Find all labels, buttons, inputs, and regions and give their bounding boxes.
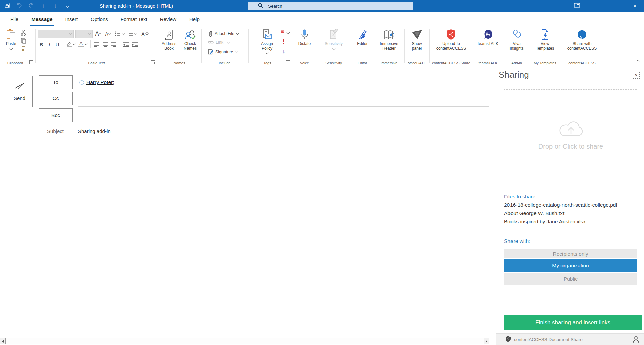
scrollbar-thumb[interactable] [5, 338, 484, 344]
tab-options[interactable]: Options [84, 12, 114, 27]
to-field[interactable] [78, 90, 489, 90]
share-option-public[interactable]: Public [504, 273, 637, 285]
outlook-message-window: ↑ ↓ Sharing add-in - Message (HTML) Sear… [0, 0, 644, 345]
font-size-select[interactable] [75, 30, 93, 38]
format-painter-button[interactable] [21, 46, 27, 51]
share-option-my-organization[interactable]: My organization [504, 259, 637, 272]
finish-sharing-button[interactable]: Finish sharing and insert links [504, 315, 642, 330]
view-templates-button[interactable]: View Templates [533, 29, 557, 66]
search-input[interactable]: Search [248, 2, 413, 10]
minimize-button[interactable] [589, 0, 604, 12]
editor-button[interactable]: Editor [353, 29, 372, 66]
grow-font-button[interactable]: A [94, 31, 102, 37]
file-item: Books inspired by Jane Austen.xlsx [504, 217, 618, 226]
high-importance-button[interactable]: ! [281, 38, 286, 45]
group-label-tags: Tags [248, 61, 286, 65]
share-with-contentaccess-icon [577, 29, 587, 40]
horizontal-scrollbar[interactable] [0, 338, 489, 344]
grow-font-icon [99, 33, 102, 36]
paste-button[interactable]: Paste [3, 29, 19, 50]
signature-button[interactable]: Signature [208, 49, 238, 55]
address-book-button[interactable]: Address Book [160, 29, 178, 66]
move-down-button[interactable]: ↓ [52, 2, 59, 10]
paste-label: Paste [6, 41, 16, 46]
low-importance-button[interactable]: ↓ [281, 48, 287, 55]
cc-button[interactable]: Cc [39, 92, 73, 105]
shrink-font-button[interactable]: A [104, 31, 112, 37]
scroll-right-button[interactable] [484, 338, 489, 344]
account-person-icon[interactable] [633, 336, 639, 344]
sensitivity-button[interactable]: Sensitivity [320, 29, 347, 66]
group-label-names: Names [158, 61, 201, 65]
dropzone[interactable]: Drop or Click to share [504, 89, 637, 181]
cc-field[interactable] [78, 106, 489, 107]
bcc-field[interactable] [78, 123, 489, 123]
bold-button[interactable]: B [39, 42, 44, 47]
clear-formatting-button[interactable]: A [141, 31, 149, 37]
bullets-button[interactable] [115, 31, 124, 36]
recipient-chip[interactable]: Harry Poter; [79, 79, 114, 85]
window-layout-button[interactable] [569, 0, 585, 12]
send-label: Send [14, 95, 25, 101]
font-name-select[interactable] [38, 30, 74, 38]
follow-up-button[interactable] [280, 30, 289, 36]
group-label-voice: Voice [292, 61, 317, 65]
viva-insights-button[interactable]: Viva Insights [506, 29, 527, 66]
customize-quick-access-button[interactable] [64, 2, 71, 10]
scroll-left-button[interactable] [0, 338, 5, 344]
save-button[interactable] [3, 2, 11, 10]
highlight-button[interactable] [66, 42, 75, 47]
subject-label: Subject [39, 128, 72, 134]
bcc-button[interactable]: Bcc [39, 108, 73, 122]
immersive-reader-icon [383, 29, 395, 40]
move-up-button[interactable]: ↑ [40, 2, 47, 10]
maximize-button[interactable] [607, 0, 623, 12]
upload-to-contentaccess-button[interactable]: Upload to contentACCESS [432, 29, 471, 66]
tab-message[interactable]: Message [25, 12, 59, 27]
undo-button[interactable] [15, 2, 23, 10]
clipboard-dialog-launcher[interactable] [29, 60, 33, 64]
attach-file-button[interactable]: Attach File [208, 31, 239, 37]
increase-indent-button[interactable] [132, 42, 138, 47]
italic-button[interactable]: I [47, 42, 52, 47]
basic-text-dialog-launcher[interactable] [151, 60, 155, 64]
share-option-recipients-only[interactable]: Recipients only [504, 249, 637, 258]
message-body[interactable] [0, 138, 489, 338]
tab-help[interactable]: Help [183, 12, 206, 27]
tab-review[interactable]: Review [154, 12, 183, 27]
teamstalk-icon [483, 29, 493, 40]
share-with-contentaccess-label: Share with contentACCESS [562, 41, 602, 51]
align-left-button[interactable] [94, 42, 99, 47]
tab-format-text[interactable]: Format Text [114, 12, 154, 27]
close-panel-button[interactable]: × [633, 72, 640, 79]
show-panel-button[interactable]: Show panel [407, 29, 427, 66]
to-button[interactable]: To [39, 75, 73, 89]
close-window-button[interactable]: × [627, 0, 643, 12]
immersive-reader-button[interactable]: Immersive Reader [377, 29, 401, 66]
font-color-button[interactable]: A [78, 42, 87, 47]
attach-file-dropdown-icon [236, 32, 239, 35]
teamstalk-button[interactable]: teamsTALK [475, 29, 501, 66]
tab-file[interactable]: File [4, 12, 25, 27]
contentaccess-shield-icon [505, 336, 511, 343]
numbering-button[interactable] [127, 31, 137, 36]
align-right-button[interactable] [111, 42, 117, 47]
share-with-contentaccess-button[interactable]: Share with contentACCESS [562, 29, 602, 66]
underline-button[interactable]: U [55, 42, 60, 47]
assign-policy-button[interactable]: Assign Policy [256, 29, 278, 54]
tab-insert[interactable]: Insert [59, 12, 85, 27]
cut-button[interactable] [21, 30, 27, 36]
collapse-ribbon-button[interactable] [637, 58, 639, 64]
align-center-button[interactable] [102, 42, 108, 47]
dictate-button[interactable]: Dictate [294, 29, 315, 66]
check-names-button[interactable]: Check Names [181, 29, 199, 66]
group-label-basic-text: Basic Text [35, 61, 158, 65]
group-label-contentaccess: contentACCESS [560, 61, 604, 65]
subject-field[interactable]: Sharing add-in [78, 128, 111, 134]
link-button[interactable]: Link [208, 40, 230, 45]
copy-button[interactable] [21, 38, 27, 44]
send-button[interactable]: Send [7, 76, 33, 107]
redo-button[interactable] [28, 2, 35, 10]
tags-dialog-launcher[interactable] [286, 60, 290, 64]
decrease-indent-button[interactable] [123, 42, 129, 47]
